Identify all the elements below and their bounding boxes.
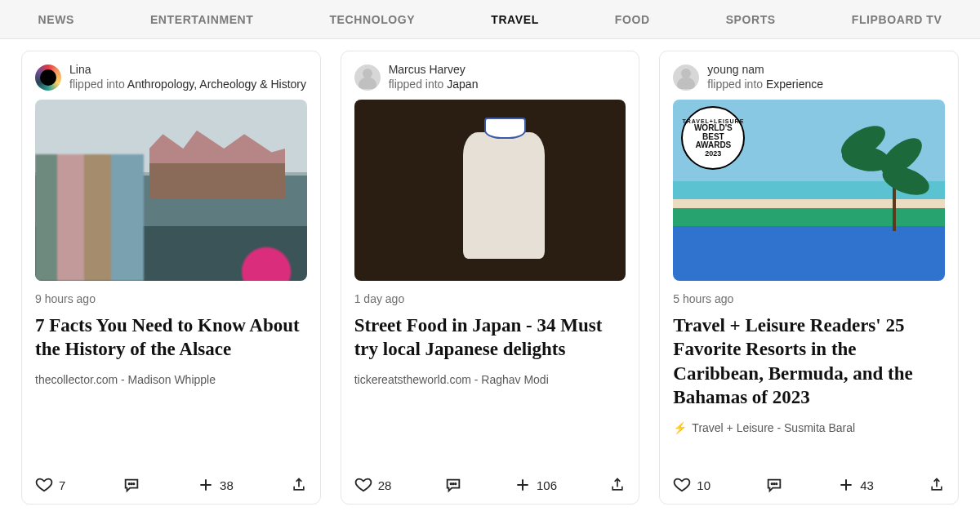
story-title[interactable]: 7 Facts You Need to Know About the Histo…: [35, 313, 307, 362]
avatar[interactable]: [673, 64, 699, 91]
like-button[interactable]: 7: [35, 476, 65, 494]
action-bar: 10 43: [673, 476, 945, 494]
svg-point-2: [133, 483, 134, 484]
action-bar: 28 106: [354, 476, 626, 494]
story-title[interactable]: Travel + Leisure Readers' 25 Favorite Re…: [673, 313, 945, 410]
share-button[interactable]: [609, 477, 626, 493]
author-name: Marcus Harvey: [389, 63, 479, 78]
story-card[interactable]: Marcus Harvey flipped into Japan 1 day a…: [341, 51, 640, 505]
heart-icon: [354, 476, 372, 494]
share-icon: [291, 477, 307, 493]
like-count: 10: [697, 478, 710, 492]
story-source[interactable]: ⚡ Travel + Leisure - Susmita Baral: [673, 421, 945, 434]
svg-point-8: [776, 483, 777, 484]
timestamp: 9 hours ago: [35, 292, 307, 305]
nav-travel[interactable]: TRAVEL: [491, 13, 539, 26]
story-image[interactable]: [35, 100, 307, 281]
svg-point-3: [450, 483, 451, 484]
magazine-name: Japan: [447, 78, 478, 91]
author-row[interactable]: young nam flipped into Experience: [673, 63, 945, 91]
magazine-name: Experience: [766, 78, 823, 91]
share-icon: [929, 477, 945, 493]
timestamp: 1 day ago: [354, 292, 626, 305]
story-image[interactable]: [354, 100, 626, 281]
story-source[interactable]: thecollector.com - Madison Whipple: [35, 373, 307, 386]
svg-point-0: [129, 483, 130, 484]
story-title[interactable]: Street Food in Japan - 34 Must try local…: [354, 313, 626, 362]
flipped-into[interactable]: flipped into Japan: [389, 78, 479, 92]
comment-button[interactable]: [765, 476, 783, 494]
like-button[interactable]: 28: [354, 476, 392, 494]
heart-icon: [35, 476, 53, 494]
story-card[interactable]: young nam flipped into Experience TRAVEL…: [659, 51, 959, 505]
comment-icon: [122, 476, 140, 494]
svg-point-7: [773, 483, 774, 484]
nav-news[interactable]: NEWS: [38, 13, 74, 26]
nav-sports[interactable]: SPORTS: [726, 13, 776, 26]
author-row[interactable]: Marcus Harvey flipped into Japan: [354, 63, 626, 91]
author-name: young nam: [707, 63, 823, 78]
story-card[interactable]: Lina flipped into Anthropology, Archeolo…: [21, 51, 321, 505]
comment-icon: [444, 476, 462, 494]
card-grid: Lina flipped into Anthropology, Archeolo…: [0, 39, 980, 521]
comment-icon: [765, 476, 783, 494]
flip-count: 106: [537, 478, 557, 492]
like-button[interactable]: 10: [673, 476, 710, 494]
nav-food[interactable]: FOOD: [615, 13, 650, 26]
flipped-into[interactable]: flipped into Experience: [707, 78, 823, 92]
timestamp: 5 hours ago: [673, 292, 945, 305]
flip-count: 38: [220, 478, 234, 492]
flipped-into[interactable]: flipped into Anthropology, Archeology & …: [69, 78, 306, 92]
nav-flipboard-tv[interactable]: FLIPBOARD TV: [852, 13, 942, 26]
flip-count: 43: [860, 478, 874, 492]
flip-button[interactable]: 43: [838, 477, 874, 493]
bolt-icon: ⚡: [673, 421, 687, 434]
topic-navbar: NEWS ENTERTAINMENT TECHNOLOGY TRAVEL FOO…: [0, 0, 980, 39]
plus-icon: [838, 477, 854, 493]
author-row[interactable]: Lina flipped into Anthropology, Archeolo…: [35, 63, 307, 91]
story-image[interactable]: TRAVEL+LEISURE WORLD'S BEST AWARDS 2023: [673, 100, 945, 281]
heart-icon: [673, 476, 691, 494]
comment-button[interactable]: [444, 476, 462, 494]
plus-icon: [198, 477, 214, 493]
avatar[interactable]: [35, 64, 61, 91]
share-button[interactable]: [929, 477, 945, 493]
share-button[interactable]: [291, 477, 307, 493]
like-count: 28: [378, 478, 392, 492]
flip-button[interactable]: 38: [198, 477, 234, 493]
flip-button[interactable]: 106: [514, 477, 557, 493]
svg-point-5: [455, 483, 456, 484]
nav-technology[interactable]: TECHNOLOGY: [329, 13, 415, 26]
comment-button[interactable]: [122, 476, 140, 494]
share-icon: [609, 477, 626, 493]
magazine-name: Anthropology, Archeology & History: [127, 78, 306, 91]
like-count: 7: [59, 478, 65, 492]
story-source[interactable]: tickereatstheworld.com - Raghav Modi: [354, 373, 626, 386]
plus-icon: [514, 477, 531, 493]
avatar[interactable]: [354, 64, 381, 91]
action-bar: 7 38: [35, 476, 307, 494]
svg-point-6: [772, 483, 773, 484]
svg-point-4: [452, 483, 453, 484]
award-badge: TRAVEL+LEISURE WORLD'S BEST AWARDS 2023: [681, 106, 745, 170]
svg-point-1: [131, 483, 131, 484]
nav-entertainment[interactable]: ENTERTAINMENT: [150, 13, 254, 26]
author-name: Lina: [69, 63, 306, 78]
